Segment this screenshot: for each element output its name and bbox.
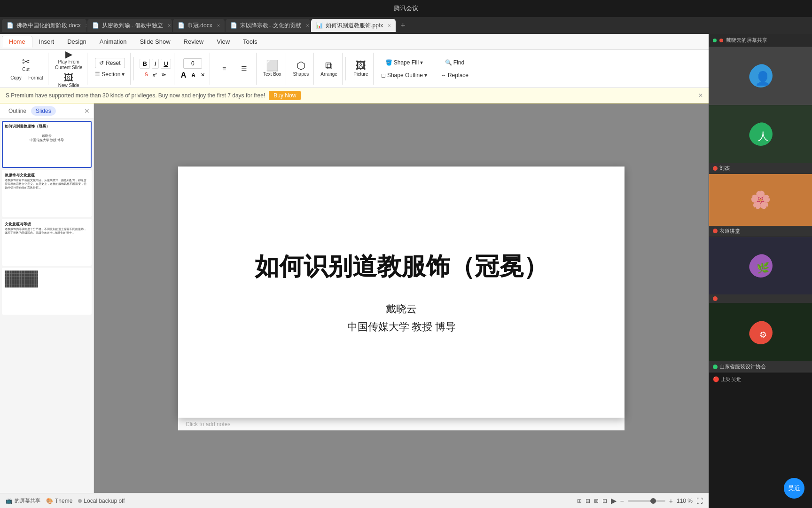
find-button[interactable]: 🔍 Find [442,57,467,68]
text-box-button[interactable]: ⬜ Text Box [261,60,283,78]
tab-slides[interactable]: Slides [31,106,56,116]
promo-close-button[interactable]: ✕ [698,92,703,99]
numbered-list-button[interactable]: ☰ [234,64,253,73]
video-placeholder-2: 人 [709,105,812,163]
font-bold-button[interactable]: B [140,59,149,69]
view-outline-icon[interactable]: ⊠ [594,498,599,504]
zoom-minus[interactable]: − [620,497,624,505]
backup-label: Local backup off [84,498,125,504]
strikethrough-button[interactable]: S̶ [143,71,150,79]
section-icon: ☰ [95,71,100,78]
view-grid-icon[interactable]: ⊟ [586,498,590,504]
shape-outline-button[interactable]: ◻ Shape Outline ▾ [378,70,430,80]
zoom-slider[interactable] [628,500,665,502]
tab-close-1[interactable]: × [86,23,86,28]
tab-home[interactable]: Home [2,36,32,48]
font-italic-button[interactable]: I [152,59,159,69]
font-size-small-button[interactable]: A [189,72,197,79]
tab-view[interactable]: View [210,36,236,47]
tab-review[interactable]: Review [177,36,211,47]
tab-insert[interactable]: Insert [32,36,61,47]
font-clear-button[interactable]: ✕ [199,72,207,78]
new-tab-button[interactable]: + [397,19,410,32]
promo-text: S Premium have supported more than 30 ki… [6,92,265,99]
avatar-5: ⚙ [749,321,773,344]
bottom-btn-label: 吴近 [788,484,800,492]
replace-button[interactable]: ↔ Replace [438,70,471,80]
tab-outline[interactable]: Outline [4,106,31,116]
participant-name-2: 刘杰 [719,165,730,172]
slide-canvas[interactable]: 如何识别道教服饰（冠冕） 戴晓云 中国传媒大学 教授 博导 [178,167,625,418]
zoom-plus[interactable]: + [669,497,673,505]
browser-tab-1[interactable]: 📄 佛教中国化的新阶段.docx × [2,19,86,32]
ribbon-separator-2 [345,57,346,80]
new-slide-button[interactable]: 🖼 New Slide [56,72,81,87]
browser-tab-3[interactable]: 📄 巾冠.docx × [173,19,225,32]
arrange-icon: ⧉ [325,61,333,71]
cut-button[interactable]: ✂ Cut [16,56,35,73]
reset-button[interactable]: ↺ Reset [95,58,125,68]
subscript-button[interactable]: x₂ [160,71,168,79]
font-underline-button[interactable]: U [161,59,171,69]
video-item-1: 👤 [709,47,812,105]
tab-tools[interactable]: Tools [236,36,264,47]
slide-thumb-2[interactable]: 教服饰与文化意蕴 道教服饰有着丰富的文化内涵，从服装样式、颜色到配饰，都蕴含着深… [2,170,92,217]
bullet-list-button[interactable]: ≡ [215,64,234,73]
theme-status[interactable]: 🎨 Theme [46,498,72,504]
superscript-button[interactable]: x² [151,71,159,79]
tab-label-3: 巾冠.docx [187,22,212,30]
font-size-input[interactable] [183,58,202,69]
arrange-button[interactable]: ⧉ Arrange [319,60,339,78]
video-placeholder-4: 🌿 [709,237,812,295]
shape-fill-dropdown[interactable]: ▾ [420,59,423,66]
tab-close-2[interactable]: × [168,23,171,28]
backup-status: Local backup off [78,498,125,504]
tab-close-5[interactable]: × [388,23,390,28]
theme-icon: 🎨 [46,498,53,504]
slide-editor: 如何识别道教服饰（冠冕） 戴晓云 中国传媒大学 教授 博导 Click to a… [94,103,709,493]
mic-icon-2 [713,166,718,171]
tab-slideshow[interactable]: Slide Show [133,36,177,47]
tab-animation[interactable]: Animation [93,36,133,47]
tab-icon-4: 📄 [230,22,237,29]
shapes-button[interactable]: ⬡ Shapes [291,60,311,78]
tab-label-2: 从密教到瑜...倡教中独立 [102,22,163,30]
layout-group: ↺ Reset ☰ Section ▾ [89,53,131,85]
section-button[interactable]: ☰ Section ▾ [92,69,127,79]
slide-thumb-4[interactable]: ████████████████████ ███████████████████… [2,268,92,315]
buy-now-button[interactable]: Buy Now [269,91,301,100]
fit-page-icon[interactable]: ⛶ [696,497,703,505]
mic-icon-5 [713,365,718,369]
notes-bar[interactable]: Click to add notes [178,418,625,430]
theme-label: Theme [55,498,72,504]
view-normal-icon[interactable]: ⊞ [577,498,582,504]
zoom-thumb[interactable] [650,498,656,504]
slide-thumb-3[interactable]: 文化意蕴与等级 道教服饰的等级制度十分严格，不同级别的道士穿着不同的服饰，体现了… [2,219,92,266]
bottom-action-button[interactable]: 吴近 [784,478,804,499]
copy-button[interactable]: Copy [7,74,25,81]
panel-close-button[interactable]: ✕ [84,107,90,115]
tab-close-3[interactable]: × [217,23,220,28]
avatar-1: 👤 [749,64,773,87]
slide-thumb-1[interactable]: 如何识别道教服饰（冠冕） 戴晓云中国传媒大学 教授 博导 [2,121,92,168]
tab-close-4[interactable]: × [306,23,309,28]
avatar-2: 人 [749,122,773,146]
tab-design[interactable]: Design [61,36,93,47]
share-green-dot [713,39,717,42]
play-from-button[interactable]: ▶ Play From Current Slide [53,50,84,71]
font-size-large-button[interactable]: A [179,71,188,79]
size-group: A A ✕ [176,53,210,85]
shape-fill-button[interactable]: 🪣 Shape Fill ▾ [383,57,426,68]
tab-label-1: 佛教中国化的新阶段.docx [16,22,81,30]
browser-tab-5[interactable]: 📊 如何识别道教服饰.pptx × [311,19,395,32]
video-label-3: 衣道讲堂 [709,226,812,237]
format-button[interactable]: Format [26,74,45,81]
view-notes-icon[interactable]: ⊡ [602,498,607,504]
shape-outline-dropdown[interactable]: ▾ [424,72,427,79]
right-panel: 戴晓云的屏幕共享 👤 人 刘杰 [709,34,812,508]
picture-button[interactable]: 🖼 Picture [351,60,370,78]
slide-affiliation: 中国传媒大学 教授 博导 [347,320,456,334]
browser-tab-2[interactable]: 📄 从密教到瑜...倡教中独立 × [87,19,172,32]
play-button[interactable]: ▶ [611,496,617,505]
browser-tab-4[interactable]: 📄 宋以降宗教...文化的贡献 × [226,19,310,32]
